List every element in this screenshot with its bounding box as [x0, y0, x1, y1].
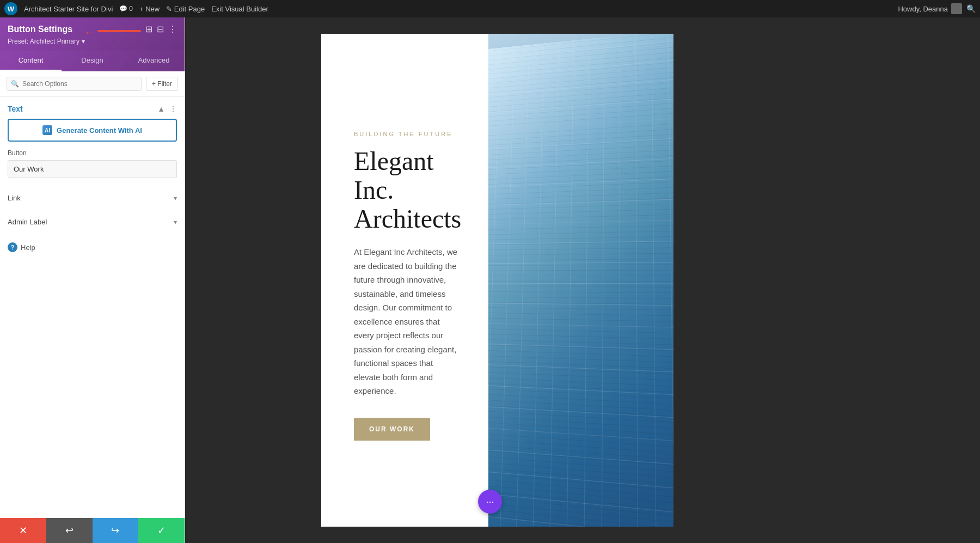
save-button[interactable]: ✓: [138, 518, 185, 543]
ai-icon: AI: [42, 125, 52, 135]
bottom-toolbar: ✕ ↩ ↪ ✓: [0, 518, 185, 543]
hero-cta-button[interactable]: OUR WORK: [354, 418, 430, 441]
panel-icon-copy[interactable]: ⊞: [145, 24, 152, 34]
undo-icon: ↩: [65, 524, 74, 536]
hero-left: BUILDING THE FUTURE Elegant Inc. Archite…: [321, 34, 488, 527]
link-section-title: Link: [8, 194, 21, 202]
search-input-wrap: 🔍: [7, 77, 142, 91]
link-chevron-icon: ▾: [174, 194, 177, 202]
admin-bar-right: Howdy, Deanna 🔍: [898, 3, 976, 14]
building-image: [488, 34, 673, 527]
tab-advanced[interactable]: Advanced: [123, 51, 185, 71]
cancel-icon: ✕: [19, 524, 27, 536]
link-section: Link ▾: [0, 186, 185, 210]
admin-label-chevron-icon: ▾: [174, 218, 177, 226]
text-section-title: Text: [8, 105, 23, 113]
help-icon: ?: [8, 242, 17, 252]
search-icon-left: 🔍: [11, 80, 19, 88]
admin-bar: W Architect Starter Site for Divi 💬 0 + …: [0, 0, 980, 17]
panel-icon-more[interactable]: ⋮: [168, 24, 177, 34]
fab-icon: ···: [486, 496, 494, 508]
panel-header: Button Settings ⊞ ⊟ ⋮ Preset: Architect …: [0, 17, 185, 51]
help-section[interactable]: ? Help: [0, 234, 185, 261]
building-highlights: [488, 34, 673, 527]
search-icon[interactable]: 🔍: [966, 4, 976, 13]
wordpress-logo-icon[interactable]: W: [4, 2, 17, 15]
hero-title: Elegant Inc. Architects: [354, 147, 461, 233]
redo-button[interactable]: ↪: [93, 518, 139, 543]
preset-dropdown-icon: ▾: [82, 38, 85, 45]
panel-tabs: Content Design Advanced: [0, 51, 185, 71]
panel-title: Button Settings: [8, 25, 72, 34]
text-section-header[interactable]: Text ▲ ⋮: [0, 97, 185, 119]
panel-icon-layout[interactable]: ⊟: [157, 24, 164, 34]
panel-header-icons: ⊞ ⊟ ⋮: [145, 24, 177, 34]
help-label: Help: [21, 243, 35, 252]
hero-subtitle: BUILDING THE FUTURE: [354, 131, 461, 137]
edit-page-button[interactable]: ✎ Edit Page: [166, 5, 205, 13]
search-input[interactable]: [7, 77, 142, 91]
section-icons: ▲ ⋮: [157, 105, 177, 113]
link-section-header[interactable]: Link ▾: [8, 186, 177, 210]
site-name[interactable]: Architect Starter Site for Divi: [24, 5, 113, 13]
hero-body: At Elegant Inc Architects, we are dedica…: [354, 245, 461, 398]
filter-button[interactable]: + Filter: [146, 77, 178, 91]
section-more-icon[interactable]: ⋮: [169, 105, 177, 113]
button-field-group: Button: [0, 149, 185, 186]
panel-content: Text ▲ ⋮ AI Generate Content With AI But…: [0, 97, 185, 518]
comment-count[interactable]: 💬 0: [119, 5, 133, 13]
admin-label-title: Admin Label: [8, 218, 47, 226]
fab-button[interactable]: ···: [478, 490, 502, 514]
admin-label-header[interactable]: Admin Label ▾: [8, 210, 177, 234]
right-side: BUILDING THE FUTURE Elegant Inc. Archite…: [185, 17, 980, 543]
howdy-label: Howdy, Deanna: [898, 3, 962, 14]
main-layout: Button Settings ⊞ ⊟ ⋮ Preset: Architect …: [0, 17, 980, 543]
section-chevron-up[interactable]: ▲: [157, 105, 165, 113]
avatar: [951, 3, 962, 14]
new-button[interactable]: + New: [139, 5, 160, 13]
button-field-input[interactable]: [8, 160, 177, 178]
button-field-label: Button: [8, 149, 177, 157]
hero-right-image: [488, 34, 673, 527]
page-wrapper: BUILDING THE FUTURE Elegant Inc. Archite…: [321, 34, 844, 527]
admin-label-section: Admin Label ▾: [0, 210, 185, 234]
tab-content[interactable]: Content: [0, 51, 62, 71]
redo-icon: ↪: [111, 524, 119, 536]
left-panel: Button Settings ⊞ ⊟ ⋮ Preset: Architect …: [0, 17, 185, 543]
page-content: BUILDING THE FUTURE Elegant Inc. Archite…: [321, 34, 659, 527]
save-icon: ✓: [157, 524, 166, 536]
building-perspective: [488, 34, 673, 527]
exit-visual-builder-button[interactable]: Exit Visual Builder: [211, 5, 268, 13]
undo-button[interactable]: ↩: [46, 518, 93, 543]
tab-design[interactable]: Design: [62, 51, 123, 71]
ai-generate-button[interactable]: AI Generate Content With AI: [8, 119, 177, 142]
cancel-button[interactable]: ✕: [0, 518, 46, 543]
search-bar: 🔍 + Filter: [0, 71, 185, 97]
admin-bar-left: W Architect Starter Site for Divi 💬 0 + …: [4, 2, 891, 15]
preset-label[interactable]: Preset: Architect Primary ▾: [8, 38, 177, 45]
